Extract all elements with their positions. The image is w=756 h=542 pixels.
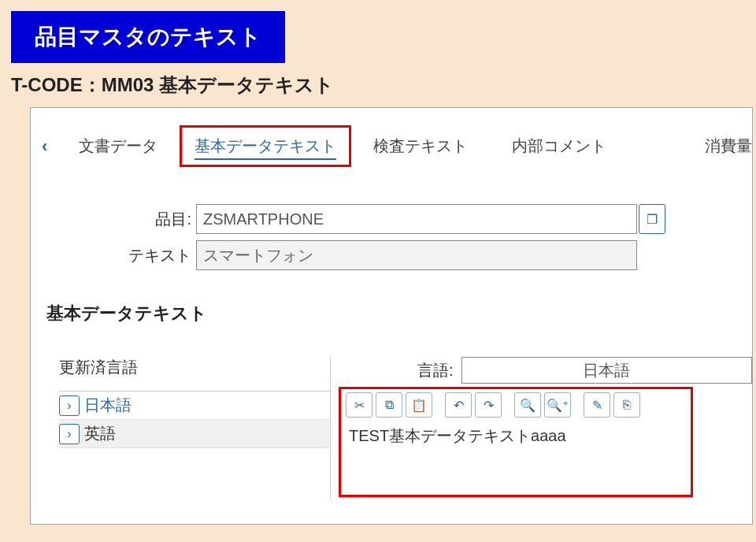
search-plus-icon: 🔍⁺ xyxy=(547,398,569,413)
language-row-en[interactable]: › 英語 xyxy=(59,420,330,448)
insert-button[interactable]: ✎ xyxy=(584,392,610,418)
active-tab-underline xyxy=(195,158,336,160)
insert-icon: ✎ xyxy=(592,398,602,413)
tab-basic-data-text[interactable]: 基本データテキスト xyxy=(195,137,336,154)
page-banner: 品目マスタのテキスト xyxy=(11,11,285,63)
expand-icon[interactable]: › xyxy=(59,424,80,444)
export-button[interactable]: ⎘ xyxy=(613,392,640,418)
app-window: ‹ 文書データ 基本データテキスト 検査テキスト 内部コメント 消費量 品目: … xyxy=(30,107,753,525)
expand-icon[interactable]: › xyxy=(59,395,80,416)
cut-button[interactable]: ✂ xyxy=(346,392,372,418)
undo-button[interactable]: ↶ xyxy=(445,392,472,418)
language-row-ja[interactable]: › 日本語 xyxy=(59,392,330,420)
paste-button[interactable]: 📋 xyxy=(406,392,432,418)
lower-area: 更新済言語 › 日本語 › 英語 言語: 日本語 ✂ xyxy=(31,357,752,499)
copy-button[interactable]: ⧉ xyxy=(376,392,402,418)
language-name: 英語 xyxy=(84,423,116,444)
row-text: テキスト スマートフォン xyxy=(31,240,752,270)
export-icon: ⎘ xyxy=(623,398,631,412)
language-select-label: 言語: xyxy=(417,360,454,381)
editor-panel: 言語: 日本語 ✂ ⧉ 📋 ↶ ↷ 🔍 🔍⁺ ✎ ⎘ xyxy=(339,357,752,499)
tab-document-data[interactable]: 文書データ xyxy=(79,136,158,157)
search-icon: 🔍 xyxy=(520,398,536,413)
redo-icon: ↷ xyxy=(484,398,494,413)
language-select[interactable]: 日本語 xyxy=(461,357,752,384)
editor-textarea[interactable]: TEST基本データテキストaaaa xyxy=(346,425,686,447)
text-field[interactable]: スマートフォン xyxy=(196,240,637,270)
language-list: › 日本語 › 英語 xyxy=(59,391,330,448)
tab-basic-data-text-highlight: 基本データテキスト xyxy=(180,125,351,167)
find-next-button[interactable]: 🔍⁺ xyxy=(544,392,571,418)
tabstrip: ‹ 文書データ 基本データテキスト 検査テキスト 内部コメント 消費量 xyxy=(31,108,752,182)
language-select-row: 言語: 日本語 xyxy=(339,357,752,384)
tab-consumption[interactable]: 消費量 xyxy=(705,136,752,157)
section-title: 基本データテキスト xyxy=(46,302,752,325)
toolbar-gap xyxy=(505,392,511,418)
tab-internal-comment[interactable]: 内部コメント xyxy=(512,136,606,157)
valuehelp-icon: ❐ xyxy=(647,212,658,227)
vertical-divider xyxy=(330,357,331,499)
tab-inspection-text[interactable]: 検査テキスト xyxy=(373,136,468,157)
tcode-heading: T-CODE：MM03 基本データテキスト xyxy=(11,72,756,98)
item-label: 品目: xyxy=(31,209,196,230)
item-valuehelp-button[interactable]: ❐ xyxy=(639,204,665,234)
form-area: 品目: ZSMARTPHONE ❐ テキスト スマートフォン xyxy=(31,182,752,270)
redo-button[interactable]: ↷ xyxy=(475,392,502,418)
editor-highlight: ✂ ⧉ 📋 ↶ ↷ 🔍 🔍⁺ ✎ ⎘ TEST基本データテキストaaaa xyxy=(339,387,693,497)
toolbar-gap xyxy=(574,392,580,418)
language-panel: 更新済言語 › 日本語 › 英語 xyxy=(31,357,330,499)
item-field[interactable]: ZSMARTPHONE xyxy=(196,204,637,234)
text-label: テキスト xyxy=(31,245,196,266)
cut-icon: ✂ xyxy=(354,398,365,413)
toolbar-gap xyxy=(435,392,442,418)
editor-toolbar: ✂ ⧉ 📋 ↶ ↷ 🔍 🔍⁺ ✎ ⎘ xyxy=(346,392,686,418)
copy-icon: ⧉ xyxy=(385,398,394,412)
updated-language-header: 更新済言語 xyxy=(59,357,330,378)
find-button[interactable]: 🔍 xyxy=(514,392,541,418)
language-name: 日本語 xyxy=(84,395,132,416)
back-button[interactable]: ‹ xyxy=(42,136,47,157)
row-item: 品目: ZSMARTPHONE ❐ xyxy=(31,204,752,234)
paste-icon: 📋 xyxy=(411,398,427,413)
undo-icon: ↶ xyxy=(454,398,464,413)
